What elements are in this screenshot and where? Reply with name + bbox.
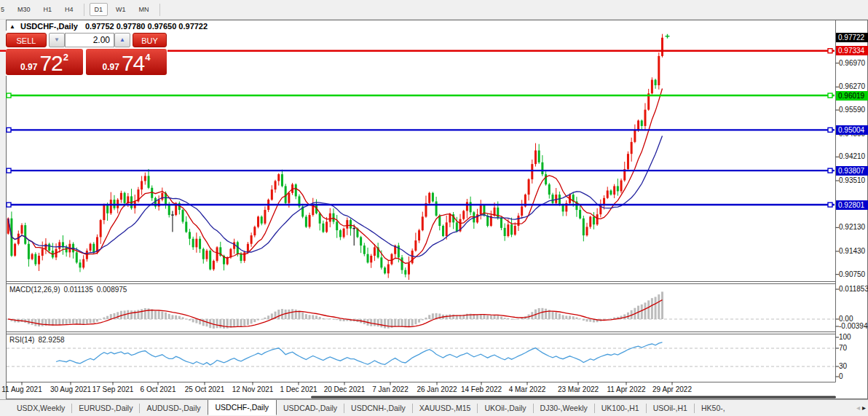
indicator-axis-label: 70 — [839, 344, 847, 353]
indicator-axis-label: 100 — [839, 333, 851, 342]
line-handle[interactable] — [7, 168, 11, 173]
chart-symbol: USDCHF-,Daily — [20, 22, 78, 31]
bid-pip-digit: 2 — [63, 52, 68, 63]
bid-big-digits: 72 — [39, 54, 62, 73]
date-tick-label: 20 Dec 2021 — [324, 385, 366, 393]
price-tick-label: 0.91430 — [839, 247, 865, 256]
volume-decrease-button[interactable]: ▼ — [49, 33, 65, 47]
hline-price-label: 0.95004 — [836, 125, 868, 135]
indicator-axis-label: -0.00394 — [839, 322, 867, 331]
scroll-right-icon[interactable]: ▸ — [862, 404, 866, 412]
chart-tab-hk50[interactable]: HK50-, — [695, 401, 732, 415]
chart-tab-dj30weekly[interactable]: DJ30-,Weekly — [534, 401, 594, 415]
chart-tab-usoilh1[interactable]: USOil-,H1 — [647, 401, 694, 415]
price-tick-label: 0.93510 — [839, 176, 865, 185]
rsi-value: 82.9258 — [38, 336, 64, 344]
line-handle[interactable] — [828, 93, 832, 98]
date-tick-label: 30 Aug 2021 — [50, 385, 91, 393]
mt4-window: 5M30H1H4D1W1MN ▲ USDCHF-,Daily 0.97752 0… — [0, 0, 868, 416]
tab-scroll-arrows[interactable]: ◂▸ — [856, 404, 866, 412]
date-tick-label: 11 Apr 2022 — [607, 385, 645, 393]
price-tick-label: 0.96970 — [839, 59, 865, 68]
date-tick-label: 26 Jan 2022 — [417, 385, 457, 393]
chart-ohlc-values: 0.97752 0.97780 0.97650 0.97722 — [85, 22, 208, 31]
indicator-axis-label: 0.011853 — [839, 285, 868, 294]
timeframe-button-mn[interactable]: MN — [134, 3, 154, 16]
macd-signal-value: 0.008975 — [97, 286, 127, 294]
date-tick-label: 4 Mar 2022 — [509, 385, 546, 393]
hline-price-label: 0.97334 — [836, 46, 868, 55]
timeframe-button-w1[interactable]: W1 — [111, 3, 131, 16]
hline-price-label: 0.96019 — [836, 91, 868, 101]
macd-name: MACD(12,26,9) — [9, 286, 60, 294]
volume-input[interactable] — [65, 33, 114, 47]
hline-price-label: 0.93807 — [836, 166, 868, 176]
chart-tabs-bar: ◂▸ USDX,WeeklyEURUSD-,DailyAUDUSD-,Daily… — [0, 399, 868, 416]
indicator-axis-label: 0 — [839, 372, 843, 381]
toolbar-separator — [159, 4, 160, 16]
chart-tab-usdcnhdaily[interactable]: USDCNH-,Daily — [344, 401, 412, 415]
date-tick-label: 17 Sep 2021 — [92, 385, 134, 393]
date-tick-label: 29 Apr 2022 — [652, 385, 692, 393]
chart-title: ▲ USDCHF-,Daily 0.97752 0.97780 0.97650 … — [9, 22, 208, 31]
chart-tab-ukoildaily[interactable]: UKOil-,Daily — [478, 401, 532, 415]
date-tick-label: 14 Feb 2022 — [461, 385, 502, 393]
sell-button[interactable]: SELL — [6, 33, 47, 47]
timeframe-button-h4[interactable]: H4 — [60, 3, 79, 16]
ask-price-display[interactable]: 0.97 74 4 — [86, 49, 167, 75]
line-handle[interactable] — [828, 203, 832, 207]
price-tick-label: 0.96270 — [839, 82, 865, 91]
current-price-label: 0.97722 — [836, 33, 868, 42]
line-handle[interactable] — [828, 127, 832, 132]
bid-prefix: 0.97 — [20, 61, 37, 73]
h-scrollbar-thumb[interactable] — [311, 396, 836, 399]
timeframe-toolbar: 5M30H1H4D1W1MN — [0, 0, 868, 20]
one-click-trading-panel: SELL ▼ ▲ BUY 0.97 72 2 0.97 74 4 — [6, 31, 167, 76]
line-handle[interactable] — [828, 168, 832, 173]
date-tick-label: 1 Dec 2021 — [280, 385, 317, 393]
rsi-name: RSI(14) — [9, 336, 34, 344]
bid-price-display[interactable]: 0.97 72 2 — [6, 49, 83, 75]
chart-tab-usdxweekly[interactable]: USDX,Weekly — [10, 401, 71, 415]
line-handle[interactable] — [828, 49, 832, 53]
price-tick-label: 0.92130 — [839, 223, 865, 232]
price-tick-label: 0.90750 — [839, 270, 865, 279]
arrow-down-icon: ▼ — [54, 36, 60, 43]
date-tick-label: 25 Oct 2021 — [185, 385, 224, 393]
date-tick-label: 12 Nov 2021 — [232, 385, 274, 393]
ask-prefix: 0.97 — [103, 61, 119, 73]
timeframe-button-h1[interactable]: H1 — [39, 3, 58, 16]
macd-main-value: 0.011135 — [63, 286, 92, 294]
line-handle[interactable] — [7, 93, 11, 98]
date-tick-label: 6 Oct 2021 — [141, 385, 176, 393]
macd-indicator-label: MACD(12,26,9)0.0111350.008975 — [9, 286, 130, 294]
line-handle[interactable] — [7, 127, 11, 132]
volume-increase-button[interactable]: ▲ — [114, 33, 130, 47]
date-tick-label: 11 Aug 2021 — [1, 385, 42, 393]
buy-button[interactable]: BUY — [133, 33, 167, 47]
chart-tab-usdchfdaily[interactable]: USDCHF-,Daily — [208, 399, 277, 415]
rsi-indicator-label: RSI(14)82.9258 — [9, 336, 68, 344]
indicator-axis-label: 30 — [839, 362, 847, 371]
date-tick-label: 23 Mar 2022 — [558, 385, 599, 393]
timeframe-button-m30[interactable]: M30 — [12, 3, 36, 16]
toolbar-separator — [84, 4, 84, 16]
ask-pip-digit: 4 — [145, 52, 150, 63]
timeframe-button-5[interactable]: 5 — [0, 3, 9, 16]
scroll-left-icon[interactable]: ◂ — [856, 404, 860, 412]
price-tick-label: 0.94210 — [839, 152, 865, 161]
arrow-up-icon: ▲ — [119, 36, 125, 43]
ask-big-digits: 74 — [122, 54, 144, 73]
line-handle[interactable] — [7, 203, 11, 207]
date-tick-label: 7 Jan 2022 — [372, 385, 409, 393]
hline-price-label: 0.92801 — [836, 200, 868, 210]
chart-tab-uk100h1[interactable]: UK100-,H1 — [595, 401, 646, 415]
chart-tab-eurusddaily[interactable]: EURUSD-,Daily — [72, 401, 139, 415]
chart-tab-audusddaily[interactable]: AUDUSD-,Daily — [140, 401, 207, 415]
price-tick-label: 0.95590 — [839, 106, 865, 114]
timeframe-button-d1[interactable]: D1 — [90, 3, 108, 16]
collapse-arrow-icon[interactable]: ▲ — [9, 23, 15, 30]
chart-tab-xauusdm15[interactable]: XAUUSD-,M15 — [413, 401, 478, 415]
chart-tab-usdcaddaily[interactable]: USDCAD-,Daily — [277, 401, 344, 415]
